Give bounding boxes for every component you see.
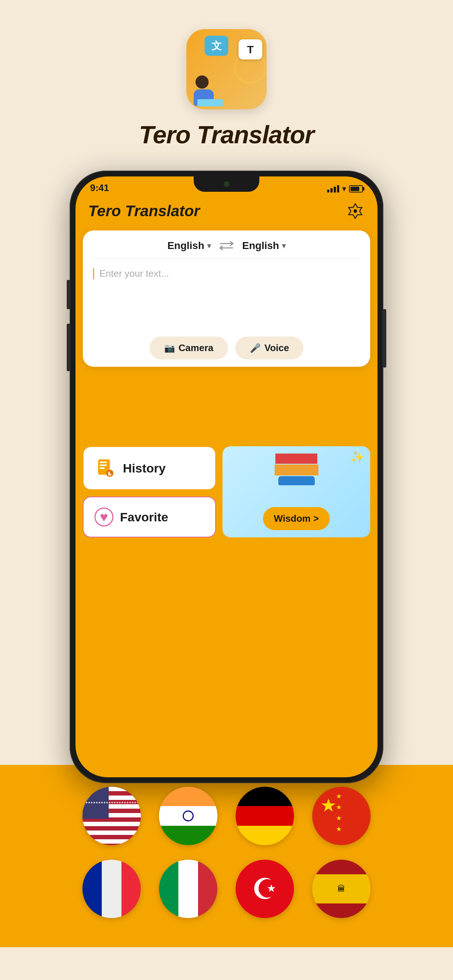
flags-row-1: ★★★★★★★★★★★★★★★★★★★★★★★★★★★★★★★★★★★★★★★★… <box>83 787 370 845</box>
text-cursor <box>93 268 94 279</box>
t-bubble: T <box>239 40 262 59</box>
phone-left-button-top <box>67 280 70 309</box>
camera-label: Camera <box>179 342 214 354</box>
wisdom-label: Wisdom > <box>274 513 319 524</box>
app-icon-section: 文 T Tero Translator <box>139 29 314 149</box>
spain-red-bot <box>312 904 370 918</box>
target-language-button[interactable]: English ▾ <box>242 240 286 251</box>
svg-rect-5 <box>100 468 105 469</box>
india-green <box>159 826 217 845</box>
france-blue <box>83 860 102 918</box>
italy-white <box>179 860 198 918</box>
target-chevron-icon: ▾ <box>282 241 286 250</box>
app-title: Tero Translator <box>139 120 314 149</box>
header-title: Tero Translator <box>88 202 200 220</box>
china-small-star-4: ★ <box>336 825 342 833</box>
status-time: 9:41 <box>90 182 109 194</box>
favorite-label: Favorite <box>120 510 168 524</box>
source-language-button[interactable]: English ▾ <box>167 240 211 251</box>
wifi-icon: ▾ <box>342 184 346 194</box>
swap-icon <box>219 240 234 251</box>
india-white <box>159 806 217 826</box>
india-saffron <box>159 787 217 806</box>
target-language-label: English <box>242 240 279 251</box>
icon-head <box>196 75 209 89</box>
china-stars-small: ★ ★ ★ ★ <box>336 792 342 833</box>
turkey-crescent-star: ☪ <box>252 872 278 906</box>
icon-laptop <box>197 99 223 107</box>
phone-notch <box>194 177 259 192</box>
camera-button[interactable]: 📷 Camera <box>150 337 228 360</box>
flag-france[interactable] <box>83 860 141 918</box>
app-header: Tero Translator <box>75 197 378 226</box>
flag-china[interactable]: ★ ★ ★ ★ ★ <box>312 787 370 845</box>
svg-rect-8 <box>108 474 111 476</box>
features-section: History ♥ Favorite ✨ <box>83 446 370 538</box>
signal-bars <box>327 185 339 192</box>
germany-black <box>236 787 294 806</box>
phone-outer: 9:41 ▾ Tero Translator <box>70 170 383 783</box>
svg-rect-4 <box>100 465 107 466</box>
china-small-star-2: ★ <box>336 803 342 811</box>
history-label: History <box>123 461 166 476</box>
voice-label: Voice <box>265 342 289 354</box>
signal-bar-4 <box>337 185 339 192</box>
front-camera <box>223 181 230 188</box>
flag-spain[interactable]: 🏛 <box>312 860 370 918</box>
swap-languages-button[interactable] <box>218 239 235 252</box>
wisdom-button[interactable]: Wisdom > <box>263 507 330 530</box>
source-language-label: English <box>167 240 204 251</box>
phone-screen: 9:41 ▾ Tero Translator <box>75 177 378 777</box>
signal-bar-3 <box>334 187 336 192</box>
phone-wrapper: 9:41 ▾ Tero Translator <box>70 170 383 783</box>
wisdom-card[interactable]: ✨ Wisdom > <box>222 446 370 538</box>
flags-section: ★★★★★★★★★★★★★★★★★★★★★★★★★★★★★★★★★★★★★★★★… <box>0 765 453 947</box>
app-icon[interactable]: 文 T <box>187 29 266 110</box>
svg-rect-3 <box>100 461 107 463</box>
favorite-button[interactable]: ♥ Favorite <box>83 496 216 538</box>
phone-left-button-vol <box>67 324 70 371</box>
voice-icon: 🎤 <box>250 343 261 353</box>
flag-turkey[interactable]: ☪ <box>236 860 294 918</box>
book-red <box>275 453 317 464</box>
battery-icon <box>349 185 363 192</box>
germany-red <box>236 806 294 826</box>
sparkles-icon: ✨ <box>350 450 365 464</box>
svg-point-1 <box>353 209 357 213</box>
france-white <box>102 860 121 918</box>
book-blue <box>278 476 315 485</box>
wisdom-books <box>274 453 318 484</box>
camera-icon: 📷 <box>164 343 175 353</box>
germany-gold <box>236 826 294 845</box>
signal-bar-1 <box>327 189 329 192</box>
flag-germany[interactable] <box>236 787 294 845</box>
settings-button[interactable] <box>346 202 365 221</box>
voice-button[interactable]: 🎤 Voice <box>235 337 303 360</box>
battery-fill <box>351 187 359 191</box>
signal-bar-2 <box>330 188 333 192</box>
app-icon-inner: 文 T <box>187 29 266 110</box>
flag-india[interactable] <box>159 787 217 845</box>
india-chakra <box>183 810 194 821</box>
spain-red-top <box>312 860 370 874</box>
italy-red <box>198 860 217 918</box>
text-input-area[interactable]: Enter your text... <box>93 265 360 331</box>
history-icon-svg <box>96 459 115 477</box>
china-small-star-3: ★ <box>336 814 342 822</box>
flag-usa[interactable]: ★★★★★★★★★★★★★★★★★★★★★★★★★★★★★★★★★★★★★★★★… <box>83 787 141 845</box>
flag-italy[interactable] <box>159 860 217 918</box>
flags-row-2: ☪ 🏛 <box>83 860 370 918</box>
favorite-icon: ♥ <box>94 508 113 527</box>
card-actions: 📷 Camera 🎤 Voice <box>93 337 360 360</box>
history-icon <box>94 457 116 479</box>
history-button[interactable]: History <box>83 446 216 490</box>
china-small-star-1: ★ <box>336 792 342 800</box>
source-chevron-icon: ▾ <box>207 241 211 250</box>
features-left: History ♥ Favorite <box>83 446 216 538</box>
zh-bubble: 文 <box>205 36 228 56</box>
china-star-large: ★ <box>320 795 337 816</box>
settings-icon <box>346 202 364 220</box>
language-selector: English ▾ English ▾ <box>93 239 360 258</box>
phone-right-button-power <box>383 309 386 368</box>
placeholder-text: Enter your text... <box>99 268 169 279</box>
